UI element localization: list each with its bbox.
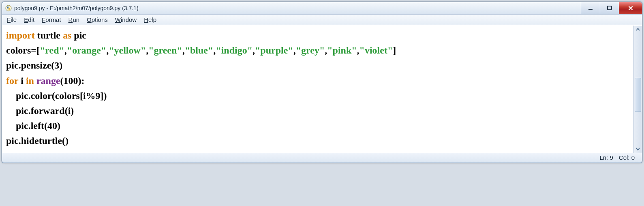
vertical-scrollbar[interactable] — [633, 26, 642, 153]
builtin-range: range — [36, 75, 60, 86]
window-title: polygon9.py - E:/pmath2/m07/polygon9.py … — [14, 5, 139, 11]
menu-help[interactable]: Help — [144, 16, 156, 23]
status-column: Col: 0 — [619, 154, 635, 161]
menu-options[interactable]: Options — [87, 16, 108, 23]
scroll-track[interactable] — [635, 34, 641, 145]
maximize-button[interactable] — [600, 2, 619, 14]
status-line: Ln: 9 — [599, 154, 613, 161]
scroll-down-button[interactable] — [634, 145, 642, 153]
close-button[interactable] — [619, 2, 642, 14]
menu-format[interactable]: Format — [42, 16, 61, 23]
minimize-button[interactable] — [581, 2, 600, 14]
scroll-thumb[interactable] — [635, 78, 641, 112]
kw-import: import — [6, 30, 35, 41]
title-bar[interactable]: polygon9.py - E:/pmath2/m07/polygon9.py … — [2, 2, 642, 15]
kw-for: for — [6, 75, 18, 86]
scroll-up-button[interactable] — [634, 26, 642, 34]
menu-run[interactable]: Run — [68, 16, 80, 23]
title-left: polygon9.py - E:/pmath2/m07/polygon9.py … — [5, 5, 139, 11]
status-bar: Ln: 9 Col: 0 — [2, 153, 642, 163]
svg-rect-1 — [588, 9, 593, 10]
chevron-down-icon — [636, 147, 640, 151]
menu-edit[interactable]: Edit — [24, 16, 34, 23]
window-buttons — [581, 2, 642, 14]
maximize-icon — [607, 6, 612, 11]
menu-window[interactable]: Window — [115, 16, 137, 23]
editor-area: import turtle as pic colors=["red","oran… — [2, 25, 642, 153]
python-idle-icon — [5, 5, 12, 11]
kw-in: in — [26, 75, 34, 86]
idle-window: polygon9.py - E:/pmath2/m07/polygon9.py … — [2, 2, 642, 163]
chevron-up-icon — [636, 28, 640, 32]
kw-as: as — [63, 30, 71, 41]
close-icon — [628, 5, 633, 11]
code-editor[interactable]: import turtle as pic colors=["red","oran… — [2, 26, 633, 153]
menu-file[interactable]: File — [7, 16, 17, 23]
minimize-icon — [588, 6, 593, 11]
svg-rect-2 — [608, 6, 612, 10]
menu-bar: File Edit Format Run Options Window Help — [2, 15, 642, 25]
